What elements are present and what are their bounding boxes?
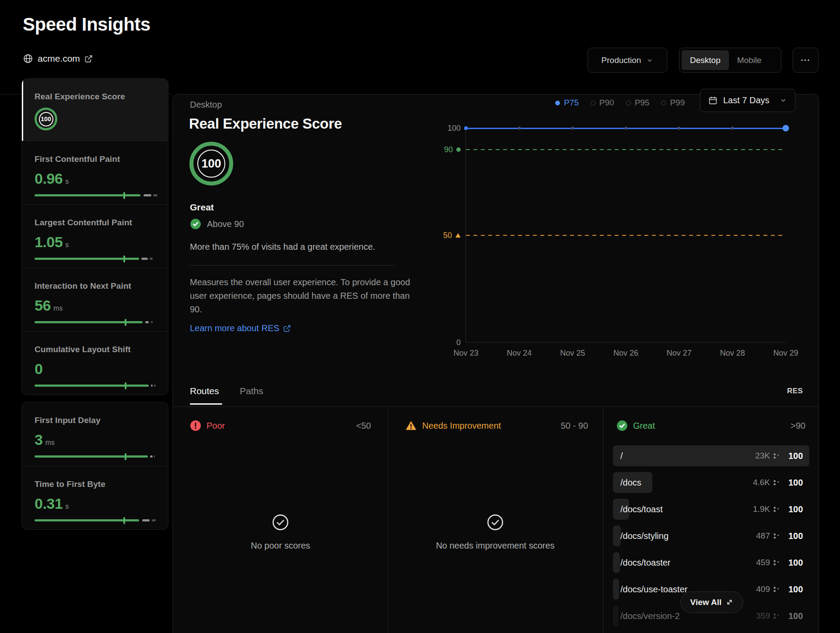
route-path: /docs/toaster (613, 558, 756, 568)
metric-card-interaction-to-next-paint[interactable]: Interaction to Next Paint56ms (22, 268, 168, 331)
visitors-icon (773, 560, 780, 566)
metric-threshold-bar (35, 255, 158, 262)
legend-p95[interactable]: P95 (626, 98, 650, 108)
metric-description: Measures the overall user experience. To… (190, 276, 413, 316)
rating-label: Great (190, 202, 214, 213)
device-toggle-mobile[interactable]: Mobile (729, 50, 770, 70)
legend-label: P99 (670, 98, 685, 108)
bar-good-segment (35, 321, 143, 323)
metric-label: Cumulative Layout Shift (35, 345, 155, 354)
metric-value-row: 3ms (35, 431, 155, 448)
visitors-icon (773, 453, 780, 459)
metric-label: Interaction to Next Paint (35, 281, 155, 291)
needs-improvement-empty-state: No needs improvement scores (430, 514, 561, 551)
date-range-dropdown[interactable]: Last 7 Days (700, 89, 795, 112)
metric-card-first-contentful-paint[interactable]: First Contentful Paint0.96s (22, 141, 168, 204)
metric-card-largest-contentful-paint[interactable]: Largest Contentful Paint1.05s (22, 204, 168, 268)
y-tick-0: 0 (456, 338, 461, 347)
environment-label: Production (602, 56, 641, 65)
metric-unit: ms (45, 439, 54, 447)
route-visitors-count: 359 (756, 611, 770, 621)
metric-value: 0.31 (35, 495, 63, 512)
poor-empty-state: No poor scores (215, 514, 346, 551)
route-row[interactable]: /docs/toaster459100 (613, 552, 809, 573)
res-column-label: RES (787, 387, 803, 395)
tab-paths[interactable]: Paths (240, 386, 263, 396)
threshold-label: Above 90 (207, 219, 244, 229)
legend-p75[interactable]: P75 (555, 98, 579, 108)
data-point-nov-25 (571, 127, 574, 130)
metric-label: First Contentful Paint (35, 154, 155, 164)
device-toggle: DesktopMobile (679, 48, 781, 73)
route-row[interactable]: /docs/toast1.9K100 (613, 499, 809, 520)
needs-improvement-column-header: Needs Improvement 50 - 90 (405, 420, 588, 431)
metric-value: 1.05 (35, 234, 63, 251)
score-value: 100 (201, 157, 221, 171)
route-score: 100 (788, 531, 809, 541)
bar-value-needle (125, 382, 126, 389)
ellipsis-icon: ⋯ (800, 54, 811, 66)
route-path: /docs (613, 478, 753, 488)
calendar-icon (708, 96, 718, 105)
view-all-button[interactable]: View All (680, 591, 743, 613)
chevron-down-icon (646, 57, 653, 64)
metric-card-time-to-first-byte[interactable]: Time to First Byte0.31s (22, 466, 168, 529)
y-tick-label: 0 (456, 338, 461, 347)
route-visitors-count: 487 (756, 531, 770, 541)
bar-threshold-segment (153, 194, 158, 196)
x-tick-label: Nov 29 (773, 349, 798, 358)
percentile-legend: P75P90P95P99 (555, 98, 685, 108)
reference-line-50 (466, 235, 786, 236)
route-row[interactable]: /docs/styling487100 (613, 525, 809, 546)
date-range-label: Last 7 Days (723, 95, 774, 105)
environment-dropdown[interactable]: Production (588, 48, 667, 73)
metric-unit: s (65, 503, 69, 511)
metric-card-cumulative-layout-shift[interactable]: Cumulative Layout Shift0 (22, 331, 168, 395)
y-tick-label: 100 (448, 124, 461, 133)
reference-line-90 (466, 149, 786, 150)
metric-value-row: 56ms (35, 297, 155, 314)
poor-column-header: Poor <50 (190, 420, 371, 431)
legend-label: P95 (635, 98, 650, 108)
metric-label: Time to First Byte (35, 479, 155, 489)
metric-threshold-bar (35, 319, 158, 326)
metric-card-first-input-delay[interactable]: First Input Delay3ms (22, 402, 168, 466)
expand-icon (726, 598, 733, 606)
site-link[interactable]: acme.com (23, 53, 93, 64)
metric-value: 0 (35, 360, 42, 378)
legend-dot-icon (626, 101, 631, 105)
device-toggle-desktop[interactable]: Desktop (682, 50, 729, 70)
legend-p90[interactable]: P90 (591, 98, 614, 108)
tabs-divider (173, 406, 819, 407)
metric-threshold-bar (35, 382, 158, 389)
bar-value-needle (125, 453, 126, 460)
route-row[interactable]: /docs4.6K100 (613, 472, 809, 493)
data-point-nov-29 (783, 125, 789, 132)
check-circle-outline-icon (486, 514, 504, 531)
res-chart: 10090500 Nov 23Nov 24Nov 25Nov 26Nov 27N… (466, 128, 786, 343)
bar-threshold-segment (150, 455, 153, 458)
data-point-nov-27 (678, 127, 681, 130)
route-row[interactable]: /23K100 (613, 445, 809, 466)
metric-card-group: First Input Delay3msTime to First Byte0.… (21, 402, 168, 530)
route-visitors-count: 409 (756, 584, 770, 594)
alert-circle-icon (190, 420, 201, 431)
legend-dot-icon (661, 101, 666, 105)
legend-p99[interactable]: P99 (661, 98, 685, 108)
y-axis-ticks: 10090500 (428, 128, 461, 342)
visitors-icon (773, 586, 780, 593)
tab-routes[interactable]: Routes (190, 386, 219, 396)
bar-threshold-segment (145, 321, 149, 323)
bar-threshold-segment (154, 385, 156, 387)
legend-label: P75 (564, 98, 579, 108)
bar-threshold-segment (151, 385, 153, 387)
metric-card-real-experience-score[interactable]: Real Experience Score100 (22, 79, 168, 141)
x-tick-label: Nov 24 (507, 349, 532, 358)
external-link-icon (84, 55, 93, 63)
route-path: / (613, 451, 755, 461)
route-score: 100 (788, 478, 809, 488)
learn-more-link[interactable]: Learn more about RES (190, 323, 291, 333)
more-button[interactable]: ⋯ (793, 48, 819, 73)
metric-threshold-bar (35, 192, 158, 199)
visitors-icon (773, 506, 780, 513)
